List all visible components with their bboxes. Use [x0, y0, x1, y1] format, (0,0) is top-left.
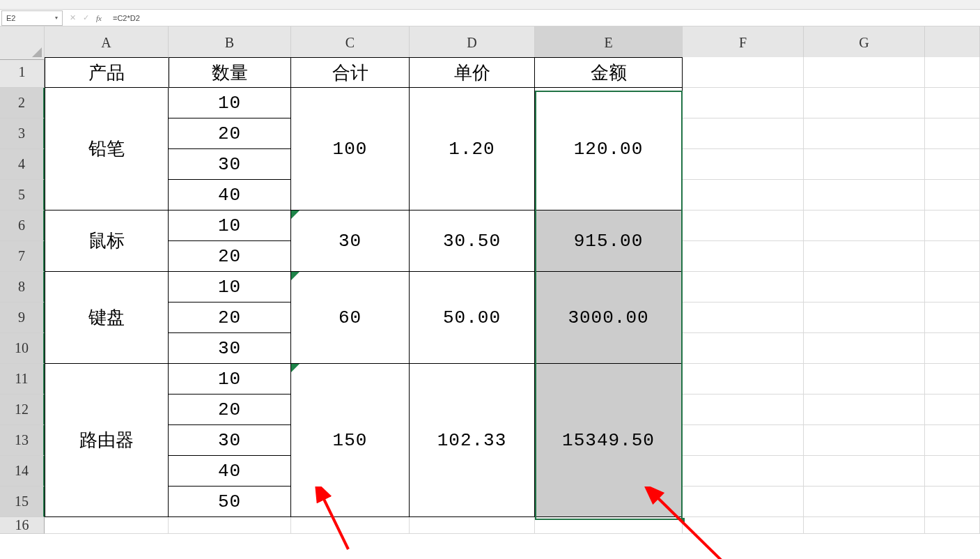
cell-G14[interactable]	[804, 456, 925, 487]
cell-G11[interactable]	[804, 364, 925, 395]
cell-F8[interactable]	[683, 272, 804, 303]
enter-icon[interactable]: ✓	[83, 13, 89, 22]
select-all-corner[interactable]	[0, 26, 45, 60]
col-header-G[interactable]: G	[804, 26, 925, 60]
cell-B10[interactable]: 30	[169, 333, 291, 364]
cell-A8-merged[interactable]: 键盘	[45, 272, 169, 364]
cell-A16[interactable]	[45, 517, 169, 534]
col-header-last[interactable]	[925, 26, 980, 60]
cell-F3[interactable]	[683, 118, 804, 149]
cell-C6-merged[interactable]: 30	[291, 210, 410, 272]
cell-F2[interactable]	[683, 88, 804, 118]
cell-D6-merged[interactable]: 30.50	[410, 210, 535, 272]
cell-H9[interactable]	[925, 303, 980, 333]
row-header-3[interactable]: 3	[0, 118, 45, 149]
cell-E2-merged[interactable]: 120.00	[535, 88, 683, 210]
cell-H5[interactable]	[925, 180, 980, 210]
cell-E11-merged[interactable]: 15349.50	[535, 364, 683, 517]
cell-C2-merged[interactable]: 100	[291, 88, 410, 210]
row-header-14[interactable]: 14	[0, 456, 45, 487]
cell-G10[interactable]	[804, 333, 925, 364]
spreadsheet-grid[interactable]: A B C D E F G 1 产品 数量 合计 单价 金额 2 铅笔 10 1…	[0, 26, 980, 548]
cell-B15[interactable]: 50	[169, 487, 291, 517]
cell-B3[interactable]: 20	[169, 118, 291, 149]
cell-H15[interactable]	[925, 487, 980, 517]
cell-G3[interactable]	[804, 118, 925, 149]
cancel-icon[interactable]: ✕	[70, 13, 76, 22]
cell-H2[interactable]	[925, 88, 980, 118]
cell-B12[interactable]: 20	[169, 395, 291, 425]
cell-B1[interactable]: 数量	[169, 57, 291, 88]
col-header-B[interactable]: B	[169, 26, 291, 60]
cell-G1[interactable]	[804, 57, 925, 88]
col-header-C[interactable]: C	[291, 26, 410, 60]
row-header-9[interactable]: 9	[0, 303, 45, 333]
cell-G6[interactable]	[804, 210, 925, 241]
col-header-D[interactable]: D	[410, 26, 535, 60]
cell-G15[interactable]	[804, 487, 925, 517]
cell-H6[interactable]	[925, 210, 980, 241]
cell-G4[interactable]	[804, 149, 925, 180]
cell-B5[interactable]: 40	[169, 180, 291, 210]
cell-C8-merged[interactable]: 60	[291, 272, 410, 364]
cell-E8-merged[interactable]: 3000.00	[535, 272, 683, 364]
row-header-2[interactable]: 2	[0, 88, 45, 118]
formula-input[interactable]: =C2*D2	[109, 10, 980, 26]
cell-A2-merged[interactable]: 铅笔	[45, 88, 169, 210]
row-header-8[interactable]: 8	[0, 272, 45, 303]
cell-F6[interactable]	[683, 210, 804, 241]
row-header-16[interactable]: 16	[0, 517, 45, 534]
cell-E6-merged[interactable]: 915.00	[535, 210, 683, 272]
cell-F11[interactable]	[683, 364, 804, 395]
cell-F7[interactable]	[683, 241, 804, 272]
row-header-1[interactable]: 1	[0, 57, 45, 88]
row-header-12[interactable]: 12	[0, 395, 45, 425]
cell-F13[interactable]	[683, 425, 804, 456]
cell-G2[interactable]	[804, 88, 925, 118]
cell-G12[interactable]	[804, 395, 925, 425]
row-header-11[interactable]: 11	[0, 364, 45, 395]
row-header-7[interactable]: 7	[0, 241, 45, 272]
cell-B7[interactable]: 20	[169, 241, 291, 272]
cell-C16[interactable]	[291, 517, 410, 534]
cell-D2-merged[interactable]: 1.20	[410, 88, 535, 210]
row-header-4[interactable]: 4	[0, 149, 45, 180]
cell-H14[interactable]	[925, 456, 980, 487]
col-header-F[interactable]: F	[683, 26, 804, 60]
cell-F14[interactable]	[683, 456, 804, 487]
cell-B14[interactable]: 40	[169, 456, 291, 487]
cell-A11-merged[interactable]: 路由器	[45, 364, 169, 517]
cell-H3[interactable]	[925, 118, 980, 149]
name-box[interactable]: E2 ▾	[1, 10, 63, 26]
cell-G5[interactable]	[804, 180, 925, 210]
cell-G8[interactable]	[804, 272, 925, 303]
row-header-10[interactable]: 10	[0, 333, 45, 364]
col-header-A[interactable]: A	[45, 26, 169, 60]
cell-B4[interactable]: 30	[169, 149, 291, 180]
cell-G9[interactable]	[804, 303, 925, 333]
cell-F5[interactable]	[683, 180, 804, 210]
cell-H11[interactable]	[925, 364, 980, 395]
cell-F15[interactable]	[683, 487, 804, 517]
cell-F9[interactable]	[683, 303, 804, 333]
cell-D1[interactable]: 单价	[410, 57, 535, 88]
row-header-5[interactable]: 5	[0, 180, 45, 210]
cell-C11-merged[interactable]: 150	[291, 364, 410, 517]
cell-H13[interactable]	[925, 425, 980, 456]
cell-A1[interactable]: 产品	[45, 57, 169, 88]
cell-D8-merged[interactable]: 50.00	[410, 272, 535, 364]
cell-B9[interactable]: 20	[169, 303, 291, 333]
cell-B6[interactable]: 10	[169, 210, 291, 241]
cell-F16[interactable]	[683, 517, 804, 534]
row-header-15[interactable]: 15	[0, 487, 45, 517]
cell-H16[interactable]	[925, 517, 980, 534]
cell-G16[interactable]	[804, 517, 925, 534]
cell-H8[interactable]	[925, 272, 980, 303]
cell-E1[interactable]: 金额	[535, 57, 683, 88]
cell-H10[interactable]	[925, 333, 980, 364]
cell-H4[interactable]	[925, 149, 980, 180]
name-box-dropdown-icon[interactable]: ▾	[55, 15, 58, 21]
cell-G7[interactable]	[804, 241, 925, 272]
row-header-6[interactable]: 6	[0, 210, 45, 241]
cell-B16[interactable]	[169, 517, 291, 534]
